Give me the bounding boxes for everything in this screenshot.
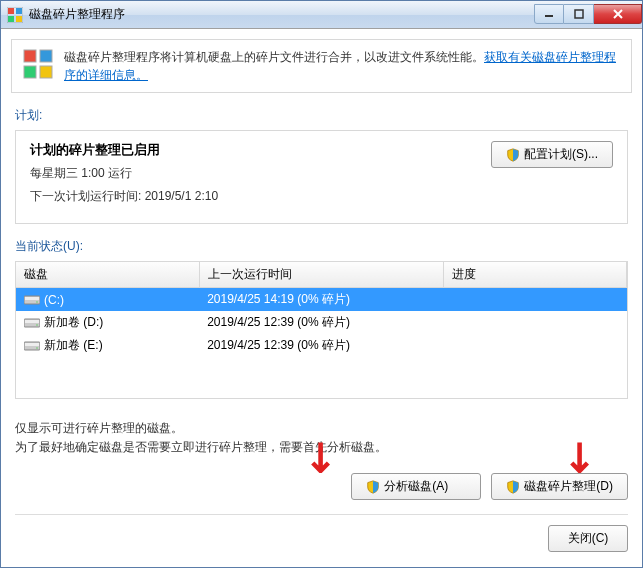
close-icon xyxy=(612,8,624,20)
titlebar[interactable]: 磁盘碎片整理程序 xyxy=(1,1,642,29)
col-disk[interactable]: 磁盘 xyxy=(16,262,199,288)
disk-icon xyxy=(24,340,40,352)
svg-rect-10 xyxy=(40,66,52,78)
schedule-panel: 计划的碎片整理已启用 每星期三 1:00 运行 下一次计划运行时间: 2019/… xyxy=(15,130,628,224)
disk-table: 磁盘 上一次运行时间 进度 (C:)2019/4/25 14:19 (0% 碎片… xyxy=(16,262,627,357)
defrag-button[interactable]: 磁盘碎片整理(D) xyxy=(491,473,628,500)
disk-progress xyxy=(443,288,626,312)
configure-schedule-button[interactable]: 配置计划(S)... xyxy=(491,141,613,168)
defrag-label: 磁盘碎片整理(D) xyxy=(524,478,613,495)
disk-name: 新加卷 (D:) xyxy=(44,315,103,329)
maximize-button[interactable] xyxy=(564,4,594,24)
hint-line2: 为了最好地确定磁盘是否需要立即进行碎片整理，需要首先分析磁盘。 xyxy=(15,438,628,457)
hint-line1: 仅显示可进行碎片整理的磁盘。 xyxy=(15,419,628,438)
info-description: 磁盘碎片整理程序将计算机硬盘上的碎片文件进行合并，以改进文件系统性能。 xyxy=(64,50,484,64)
disk-lastrun: 2019/4/25 12:39 (0% 碎片) xyxy=(199,311,443,334)
disk-progress xyxy=(443,334,626,357)
minimize-button[interactable] xyxy=(534,4,564,24)
svg-point-16 xyxy=(36,324,38,326)
disk-name: (C:) xyxy=(44,293,64,307)
disk-lastrun: 2019/4/25 14:19 (0% 碎片) xyxy=(199,288,443,312)
window-controls xyxy=(534,4,642,24)
svg-rect-3 xyxy=(16,16,22,22)
window-title: 磁盘碎片整理程序 xyxy=(29,6,534,23)
svg-rect-2 xyxy=(8,16,14,22)
close-row: 关闭(C) xyxy=(15,514,628,552)
disk-list[interactable]: 磁盘 上一次运行时间 进度 (C:)2019/4/25 14:19 (0% 碎片… xyxy=(15,261,628,399)
close-button[interactable]: 关闭(C) xyxy=(548,525,628,552)
info-panel: 磁盘碎片整理程序将计算机硬盘上的碎片文件进行合并，以改进文件系统性能。获取有关磁… xyxy=(11,39,632,93)
schedule-label: 计划: xyxy=(15,107,628,124)
svg-point-19 xyxy=(36,347,38,349)
schedule-next-run: 下一次计划运行时间: 2019/5/1 2:10 xyxy=(30,188,218,205)
col-progress[interactable]: 进度 xyxy=(443,262,626,288)
info-text: 磁盘碎片整理程序将计算机硬盘上的碎片文件进行合并，以改进文件系统性能。获取有关磁… xyxy=(64,48,621,84)
app-icon xyxy=(7,7,23,23)
svg-rect-15 xyxy=(25,320,39,323)
disk-icon xyxy=(24,294,40,306)
content-area: 磁盘碎片整理程序将计算机硬盘上的碎片文件进行合并，以改进文件系统性能。获取有关磁… xyxy=(1,29,642,567)
close-window-button[interactable] xyxy=(594,4,642,24)
table-row[interactable]: 新加卷 (E:)2019/4/25 12:39 (0% 碎片) xyxy=(16,334,627,357)
disk-lastrun: 2019/4/25 12:39 (0% 碎片) xyxy=(199,334,443,357)
svg-point-13 xyxy=(36,302,38,304)
shield-icon xyxy=(506,148,520,162)
disk-icon xyxy=(24,317,40,329)
maximize-icon xyxy=(574,9,584,19)
disk-progress xyxy=(443,311,626,334)
svg-rect-0 xyxy=(8,8,14,14)
configure-schedule-label: 配置计划(S)... xyxy=(524,146,598,163)
svg-rect-8 xyxy=(40,50,52,62)
analyze-label: 分析磁盘(A) xyxy=(384,478,448,495)
close-label: 关闭(C) xyxy=(568,530,609,547)
disk-name: 新加卷 (E:) xyxy=(44,338,103,352)
schedule-frequency: 每星期三 1:00 运行 xyxy=(30,165,218,182)
svg-rect-6 xyxy=(575,10,583,18)
svg-rect-12 xyxy=(25,297,39,300)
table-row[interactable]: 新加卷 (D:)2019/4/25 12:39 (0% 碎片) xyxy=(16,311,627,334)
status-label: 当前状态(U): xyxy=(15,238,628,255)
minimize-icon xyxy=(544,9,554,19)
hint-text: 仅显示可进行碎片整理的磁盘。 为了最好地确定磁盘是否需要立即进行碎片整理，需要首… xyxy=(15,419,628,457)
col-lastrun[interactable]: 上一次运行时间 xyxy=(199,262,443,288)
svg-rect-5 xyxy=(545,15,553,17)
schedule-title: 计划的碎片整理已启用 xyxy=(30,141,218,159)
analyze-button[interactable]: 分析磁盘(A) xyxy=(351,473,481,500)
svg-rect-18 xyxy=(25,343,39,346)
action-buttons: ↘ ↘ 分析磁盘(A) 磁盘碎片整理(D) xyxy=(15,473,628,500)
shield-icon xyxy=(506,480,520,494)
window: 磁盘碎片整理程序 磁盘碎片整理程序将计算机硬盘上的碎片文件进行合并，以改进文件系… xyxy=(0,0,643,568)
defrag-icon xyxy=(22,48,54,80)
svg-rect-1 xyxy=(16,8,22,14)
table-row[interactable]: (C:)2019/4/25 14:19 (0% 碎片) xyxy=(16,288,627,312)
shield-icon xyxy=(366,480,380,494)
svg-rect-7 xyxy=(24,50,36,62)
svg-rect-9 xyxy=(24,66,36,78)
